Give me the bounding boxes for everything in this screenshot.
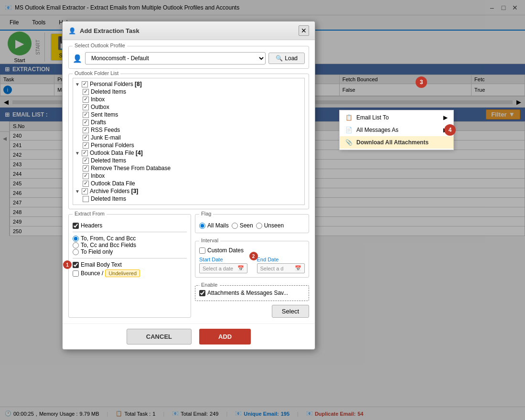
all-messages-as-item[interactable]: 📄 All Messages As ▶ [340, 124, 453, 136]
expand-archive: ▼ [75, 189, 80, 194]
drafts-check[interactable] [83, 119, 89, 126]
dialog-close-button[interactable]: ✕ [299, 25, 309, 36]
flag-label: Flag [199, 211, 213, 216]
divider1 [73, 232, 187, 232]
profile-select[interactable]: Monocomsoft - Default [85, 52, 266, 65]
archive-folders-item[interactable]: ▼ Archive Folders [3] [75, 187, 302, 195]
rss-feeds-item[interactable]: RSS Feeds [83, 126, 302, 134]
outbox-item[interactable]: Outbox [83, 103, 302, 111]
archive-count: [3] [131, 188, 139, 194]
add-button[interactable]: ADD [199, 329, 251, 345]
all-mails-label: All Mails [207, 222, 229, 229]
archive-label: Archive Folders [3] [90, 188, 138, 194]
email-body-checkbox[interactable] [73, 262, 79, 268]
inbox-check[interactable] [83, 97, 89, 103]
rss-check[interactable] [83, 127, 89, 133]
unseen-radio[interactable] [256, 223, 262, 229]
junk-email-item[interactable]: Junk E-mail [83, 134, 302, 141]
email-list-to-item[interactable]: 📋 Email List To ▶ [340, 111, 453, 124]
end-date-label: End Date [257, 257, 305, 262]
cancel-button[interactable]: CANCEL [127, 329, 192, 345]
extract-from-section: Extract From Headers To, From, Cc and Bc… [68, 214, 191, 318]
enable-section: Enable Attachments & Messages Sav... [195, 285, 309, 301]
unseen-label: Unseen [264, 222, 284, 229]
arrow-right-icon: ▶ [443, 114, 448, 121]
headers-label: Headers [81, 222, 102, 229]
folder-list-label: Outlook Folder List [73, 70, 120, 76]
personal-checkbox[interactable] [82, 81, 88, 87]
to-from-cc-bcc-radio[interactable] [73, 236, 79, 242]
start-date-input[interactable]: Select a date 📅 [199, 263, 247, 273]
inbox2-item[interactable]: Inbox [83, 172, 302, 180]
seen-label: Seen [240, 222, 253, 229]
personal-folders-sub-item[interactable]: Personal Folders [83, 141, 302, 149]
personal-folders-item[interactable]: ▼ Personal Folders [8] [75, 80, 302, 88]
seen-item: Seen [232, 222, 253, 229]
outlook-data-item[interactable]: ▼ Outlook Data File [4] [75, 149, 302, 157]
end-date-input[interactable]: Select a d 📅 [257, 263, 305, 273]
bounce-checkbox[interactable] [73, 270, 79, 277]
flag-section: Flag All Mails Seen [195, 214, 309, 233]
to-cc-bcc-radio[interactable] [73, 242, 79, 248]
folder-list-section: Outlook Folder List ▼ Personal Folders [… [68, 74, 309, 209]
interval-label: Interval [199, 237, 220, 243]
load-button[interactable]: 🔍 Load [268, 53, 305, 64]
deleted-items2-item[interactable]: Deleted Items [83, 157, 302, 164]
profile-section: Select Outlook Profile 👤 Monocomsoft - D… [68, 46, 309, 69]
del3-check[interactable] [83, 196, 89, 202]
headers-checkbox[interactable] [73, 223, 79, 229]
email-body-label: Email Body Text [81, 261, 122, 268]
search-icon: 🔍 [276, 55, 283, 62]
outbox-check[interactable] [83, 104, 89, 110]
folder-tree[interactable]: ▼ Personal Folders [8] Deleted Items Inb… [73, 78, 305, 205]
all-mails-item: All Mails [199, 222, 229, 229]
seen-radio[interactable] [232, 223, 238, 229]
to-from-label: To, From, Cc and Bcc [81, 235, 136, 242]
all-messages-label: All Messages As [356, 127, 398, 133]
inbox2-check[interactable] [83, 173, 89, 179]
dialog-title: Add Extraction Task [80, 27, 139, 34]
enable-label: Enable [199, 282, 219, 288]
divider2 [73, 258, 187, 258]
del2-check[interactable] [83, 158, 89, 164]
custom-dates-checkbox[interactable] [199, 248, 205, 254]
remove-check[interactable] [83, 165, 89, 172]
attachments-checkbox[interactable] [199, 290, 205, 296]
expand-personal: ▼ [75, 82, 80, 87]
interval-section: Interval Custom Dates Start Date Select … [195, 241, 309, 278]
sent-check[interactable] [83, 112, 89, 118]
calendar-icon-end: 📅 [295, 265, 301, 271]
outlook-data-label: Outlook Data File [4] [90, 150, 143, 156]
load-label: Load [285, 55, 298, 62]
email-body-item: Email Body Text 1 [73, 261, 187, 268]
dialog-body: Select Outlook Profile 👤 Monocomsoft - D… [63, 40, 315, 323]
bottom-section: Extract From Headers To, From, Cc and Bc… [68, 214, 309, 318]
select-button[interactable]: Select [272, 305, 309, 318]
to-only-radio[interactable] [73, 249, 79, 255]
personal-children: Deleted Items Inbox Outbox Sent Items Dr… [75, 88, 302, 149]
download-attachments-item[interactable]: 📎 Download All Attachments [340, 136, 453, 149]
annotation-badge-2: 2 [249, 252, 258, 260]
to-only-label: To Field only [81, 248, 113, 255]
outlook-data-file-item[interactable]: Outlook Data File [83, 180, 302, 187]
outlook-file-check[interactable] [83, 181, 89, 187]
junk-check[interactable] [83, 135, 89, 141]
personal-label: Personal Folders [8] [90, 81, 142, 87]
inbox-item[interactable]: Inbox [83, 96, 302, 103]
dialog-title-left: 👤 Add Extraction Task [68, 27, 139, 34]
dialog-titlebar: 👤 Add Extraction Task ✕ [63, 22, 315, 40]
archive-children: Deleted Items [75, 195, 302, 203]
deleted-check[interactable] [83, 89, 89, 95]
sent-items-item[interactable]: Sent Items [83, 111, 302, 118]
all-mails-radio[interactable] [199, 223, 205, 229]
archive-checkbox[interactable] [82, 188, 88, 194]
arrow-right-icon2: ▶ [443, 127, 448, 133]
personal-count: [8] [135, 81, 142, 87]
to-cc-bcc-label: To, Cc and Bcc Fields [81, 242, 136, 248]
deleted-items3-item[interactable]: Deleted Items [83, 195, 302, 203]
outlook-data-checkbox[interactable] [82, 150, 88, 156]
deleted-items-item[interactable]: Deleted Items [83, 88, 302, 96]
personal-sub-check[interactable] [83, 142, 89, 149]
drafts-item[interactable]: Drafts [83, 118, 302, 126]
remove-db-item[interactable]: Remove These From Database [83, 164, 302, 172]
